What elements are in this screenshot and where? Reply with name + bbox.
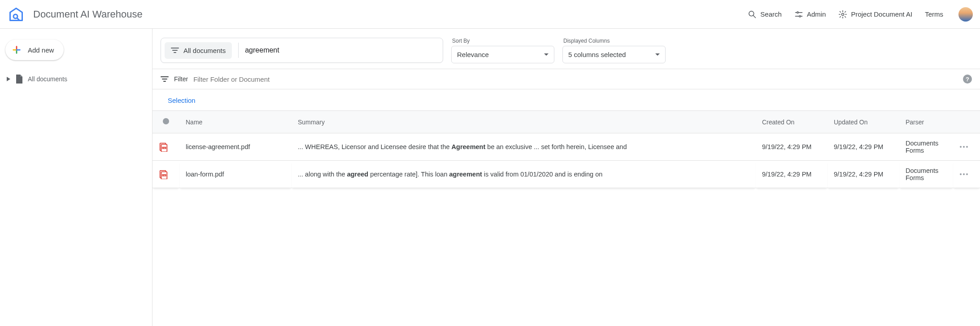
app-title: Document AI Warehouse bbox=[33, 9, 143, 20]
column-created[interactable]: Created On bbox=[756, 111, 828, 133]
search-bar: All documents bbox=[161, 38, 443, 63]
search-scope-chip[interactable]: All documents bbox=[165, 42, 232, 59]
content-area: All documents Sort By Relevance Displaye… bbox=[152, 29, 980, 326]
displayed-columns-value: 5 columns selected bbox=[568, 51, 626, 58]
user-avatar[interactable] bbox=[958, 7, 973, 22]
filter-list-icon bbox=[171, 47, 179, 53]
help-icon[interactable]: ? bbox=[963, 75, 972, 84]
file-name: loan-form.pdf bbox=[186, 171, 224, 178]
table-row[interactable]: PDF loan-form.pdf ... along with the agr… bbox=[152, 161, 980, 188]
row-actions-button[interactable] bbox=[953, 161, 980, 188]
svg-line-3 bbox=[754, 15, 756, 18]
app-header: Document AI Warehouse Search Admin Proje… bbox=[0, 0, 980, 29]
nav-project-label: Project Document AI bbox=[851, 10, 912, 18]
svg-point-25 bbox=[963, 146, 965, 148]
column-actions bbox=[953, 111, 980, 133]
add-new-label: Add new bbox=[28, 46, 54, 54]
document-icon bbox=[15, 75, 23, 84]
header-nav: Search Admin Project Document AI Terms bbox=[748, 7, 973, 22]
sort-by-label: Sort By bbox=[451, 38, 554, 44]
svg-marker-13 bbox=[7, 77, 10, 81]
more-horiz-icon bbox=[959, 173, 974, 176]
pdf-icon: PDF bbox=[159, 169, 173, 179]
nav-search-label: Search bbox=[760, 10, 782, 18]
nav-terms[interactable]: Terms bbox=[925, 10, 943, 18]
table-row[interactable]: PDF license-agreement.pdf ... WHEREAS, L… bbox=[152, 133, 980, 161]
svg-point-33 bbox=[966, 173, 968, 175]
nav-admin[interactable]: Admin bbox=[794, 10, 826, 19]
parser-cell: Documents Forms bbox=[899, 133, 953, 161]
sort-by-value: Relevance bbox=[457, 51, 489, 58]
add-new-button[interactable]: Add new bbox=[5, 40, 64, 60]
sidebar: Add new All documents bbox=[0, 29, 152, 326]
sidebar-item-all-documents[interactable]: All documents bbox=[4, 72, 144, 86]
svg-point-7 bbox=[799, 15, 801, 17]
tab-selection-label: Selection bbox=[168, 97, 196, 104]
svg-point-32 bbox=[963, 173, 965, 175]
plus-icon bbox=[12, 45, 22, 55]
filter-label: Filter bbox=[174, 75, 188, 83]
search-icon bbox=[748, 10, 757, 19]
column-select bbox=[152, 111, 179, 133]
column-summary[interactable]: Summary bbox=[292, 111, 756, 133]
nav-search[interactable]: Search bbox=[748, 10, 782, 19]
row-actions-button[interactable] bbox=[953, 133, 980, 161]
vertical-divider bbox=[238, 43, 239, 58]
caret-right-icon bbox=[6, 77, 11, 81]
updated-on: 9/19/22, 4:29 PM bbox=[828, 133, 899, 161]
column-updated[interactable]: Updated On bbox=[828, 111, 899, 133]
svg-point-31 bbox=[960, 173, 962, 175]
column-name[interactable]: Name bbox=[179, 111, 292, 133]
parser-cell: Documents Forms bbox=[899, 161, 953, 188]
summary-cell: ... WHEREAS, Licensor and Licensee desir… bbox=[292, 133, 756, 161]
displayed-columns-label: Displayed Columns bbox=[562, 38, 666, 44]
filter-bar: Filter ? bbox=[152, 69, 980, 89]
updated-on: 9/19/22, 4:29 PM bbox=[828, 161, 899, 188]
nav-project[interactable]: Project Document AI bbox=[838, 10, 912, 19]
chevron-down-icon bbox=[544, 53, 549, 56]
search-input[interactable] bbox=[245, 46, 439, 54]
filter-input[interactable] bbox=[193, 75, 958, 83]
svg-text:PDF: PDF bbox=[162, 175, 166, 176]
created-on: 9/19/22, 4:29 PM bbox=[756, 161, 828, 188]
more-horiz-icon bbox=[959, 145, 974, 148]
filter-icon bbox=[161, 76, 169, 82]
svg-point-8 bbox=[842, 13, 844, 15]
sidebar-item-label: All documents bbox=[28, 75, 67, 83]
column-parser[interactable]: Parser bbox=[899, 111, 953, 133]
app-logo-icon bbox=[7, 5, 25, 23]
svg-point-24 bbox=[960, 146, 962, 148]
sort-by-dropdown[interactable]: Relevance bbox=[451, 46, 554, 63]
created-on: 9/19/22, 4:29 PM bbox=[756, 133, 828, 161]
tab-selection[interactable]: Selection bbox=[152, 89, 980, 111]
nav-admin-label: Admin bbox=[807, 10, 826, 18]
nav-terms-label: Terms bbox=[925, 10, 943, 18]
select-all-toggle[interactable] bbox=[163, 118, 169, 124]
chevron-down-icon bbox=[655, 53, 660, 56]
tune-icon bbox=[794, 10, 803, 19]
file-name: license-agreement.pdf bbox=[186, 143, 250, 150]
summary-cell: ... along with the agreed percentage rat… bbox=[292, 161, 756, 188]
svg-text:PDF: PDF bbox=[162, 147, 166, 149]
svg-point-5 bbox=[797, 12, 798, 13]
search-scope-label: All documents bbox=[183, 47, 226, 54]
pdf-icon: PDF bbox=[159, 142, 173, 152]
results-table: Name Summary Created On Updated On Parse… bbox=[152, 111, 980, 188]
displayed-columns-dropdown[interactable]: 5 columns selected bbox=[562, 46, 666, 63]
gear-icon bbox=[838, 10, 847, 19]
svg-point-26 bbox=[966, 146, 968, 148]
